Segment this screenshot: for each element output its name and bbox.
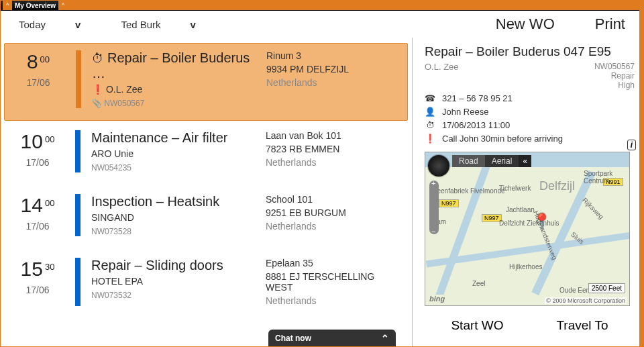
appt-title: Maintenance – Air filter — [91, 130, 266, 146]
clock-icon: ⏱ — [425, 120, 435, 130]
appt-title: Inspection – Heatsink — [91, 194, 266, 209]
appt-customer: ARO Unie — [91, 148, 266, 159]
new-wo-button[interactable]: New WO — [496, 15, 555, 33]
chevron-down-icon: v — [191, 19, 196, 30]
attach-icon: 📎 — [92, 99, 104, 108]
appt-wo: NW073528 — [91, 227, 266, 236]
appt-address: Epelaan 35 8881 EJ TERSCHELLING WEST Net… — [266, 258, 394, 306]
appt-customer: ❗ O.L. Zee — [92, 84, 266, 95]
collapse-right-icon[interactable]: ^ — [58, 1, 68, 10]
appt-time: 1530 17/06 — [11, 258, 64, 306]
appointment-list: 800 17/06 Repair – Boiler Buderus … ❗ O.… — [0, 38, 413, 347]
detail-phone: 321 – 56 78 95 21 — [442, 93, 513, 103]
collapse-left-icon[interactable]: ^ — [3, 1, 12, 10]
detail-actions: Start WO Travel To — [425, 318, 635, 333]
detail-type: Repair — [594, 71, 635, 81]
chat-label: Chat now — [275, 334, 311, 343]
appointment-item[interactable]: 1400 17/06 Inspection – Heatsink SINGAND… — [4, 187, 408, 248]
detail-contact: John Reese — [442, 107, 488, 117]
print-button[interactable]: Print — [595, 15, 625, 33]
map-view-tabs: Road Aerial « — [452, 155, 531, 167]
info-icon[interactable]: i — [627, 140, 636, 150]
detail-note: Call John 30min before arriving — [442, 134, 563, 144]
appt-customer: SINGAND — [91, 212, 266, 223]
appt-info: Inspection – Heatsink SINGAND NW073528 — [91, 194, 266, 236]
alert-icon: ❗ — [92, 84, 106, 95]
appt-wo: 📎 NW050567 — [92, 99, 266, 108]
appt-title: Repair – Boiler Buderus … — [92, 50, 266, 81]
tab-aerial[interactable]: Aerial — [485, 155, 519, 167]
detail-panel: Repair – Boiler Buderus 047 E95 O.L. Zee… — [413, 38, 644, 347]
detail-wo: NW050567 — [594, 62, 635, 71]
appt-address: School 101 9251 EB BURGUM Netherlands — [266, 194, 394, 236]
person-icon: 👤 — [425, 107, 435, 117]
collapse-tabs-icon[interactable]: « — [519, 155, 531, 167]
appt-info: Repair – Boiler Buderus … ❗ O.L. Zee 📎 N… — [92, 50, 266, 108]
category-bar — [76, 50, 81, 108]
appt-time: 1000 17/06 — [11, 130, 64, 172]
map-label: Rijksweg — [581, 196, 605, 220]
category-bar — [75, 258, 80, 306]
compass-icon[interactable] — [428, 155, 449, 177]
category-bar — [75, 130, 80, 172]
person-selector[interactable]: Ted Burk v — [121, 19, 196, 30]
appt-time: 800 17/06 — [11, 50, 65, 108]
content: 800 17/06 Repair – Boiler Buderus … ❗ O.… — [0, 38, 644, 347]
map-label: Sportpark Centrum — [584, 170, 629, 185]
category-bar — [75, 194, 80, 236]
appt-address: Laan van Bok 101 7823 RB EMMEN Netherlan… — [266, 130, 394, 172]
tab-road[interactable]: Road — [452, 155, 485, 167]
chat-widget[interactable]: Chat now ⌃ — [268, 330, 396, 347]
map-container: i Delfzijl N997 N991 N997 Steenfabriek F… — [425, 152, 635, 306]
appt-wo: NW054235 — [91, 163, 266, 172]
map-brand: bing — [429, 295, 445, 303]
appt-customer: HOTEL EPA — [91, 276, 266, 287]
phone-icon: ☎ — [425, 93, 435, 103]
appt-title: Repair – Sliding doors — [91, 258, 266, 273]
chevron-down-icon: v — [75, 19, 80, 30]
appt-time: 1400 17/06 — [11, 194, 64, 236]
map[interactable]: Delfzijl N997 N991 N997 Steenfabriek Fiv… — [425, 152, 630, 306]
appointment-item[interactable]: 800 17/06 Repair – Boiler Buderus … ❗ O.… — [4, 43, 408, 121]
map-label: Tichelwerk — [499, 185, 531, 192]
zoom-slider[interactable] — [429, 181, 439, 234]
alert-icon: ❗ — [425, 134, 435, 144]
start-wo-button[interactable]: Start WO — [451, 318, 503, 333]
toolbar: Today v Ted Burk v New WO Print — [0, 11, 644, 38]
map-scale: 2500 Feet — [588, 283, 625, 293]
appt-info: Repair – Sliding doors HOTEL EPA NW07353… — [91, 258, 266, 306]
appt-info: Maintenance – Air filter ARO Unie NW0542… — [91, 130, 266, 172]
route-badge: N997 — [439, 199, 459, 207]
appt-address: Rinum 3 9934 PM DELFZIJL Netherlands — [266, 50, 394, 108]
window-title: My Overview — [15, 2, 56, 9]
detail-customer: O.L. Zee — [425, 62, 459, 90]
map-label: Zeel — [472, 280, 485, 287]
person-label: Ted Burk — [121, 19, 160, 30]
corner-handle[interactable] — [68, 1, 641, 10]
appointment-item[interactable]: 1000 17/06 Maintenance – Air filter ARO … — [4, 123, 408, 185]
travel-to-button[interactable]: Travel To — [556, 318, 608, 333]
appointment-item[interactable]: 1530 17/06 Repair – Sliding doors HOTEL … — [4, 251, 408, 318]
map-copyright: © 2009 Microsoft Corporation — [545, 297, 627, 304]
map-label: Hijlkerhoes — [509, 263, 542, 270]
period-label: Today — [19, 19, 46, 30]
detail-priority: High — [594, 81, 635, 90]
map-label: Steenfabriek Fivelmonde — [431, 187, 505, 195]
chevron-up-icon: ⌃ — [381, 333, 389, 344]
detail-datetime: 17/06/2013 11:00 — [442, 120, 510, 130]
map-label: Jachtlaan — [506, 206, 535, 213]
appt-wo: NW073532 — [91, 291, 266, 300]
map-city-label: Delfzijl — [539, 179, 575, 193]
period-selector[interactable]: Today v — [19, 19, 80, 30]
map-pin-icon: 📍 — [533, 213, 551, 230]
detail-title: Repair – Boiler Buderus 047 E95 — [425, 44, 635, 59]
window-titlebar: ^ My Overview ^ — [0, 0, 644, 11]
